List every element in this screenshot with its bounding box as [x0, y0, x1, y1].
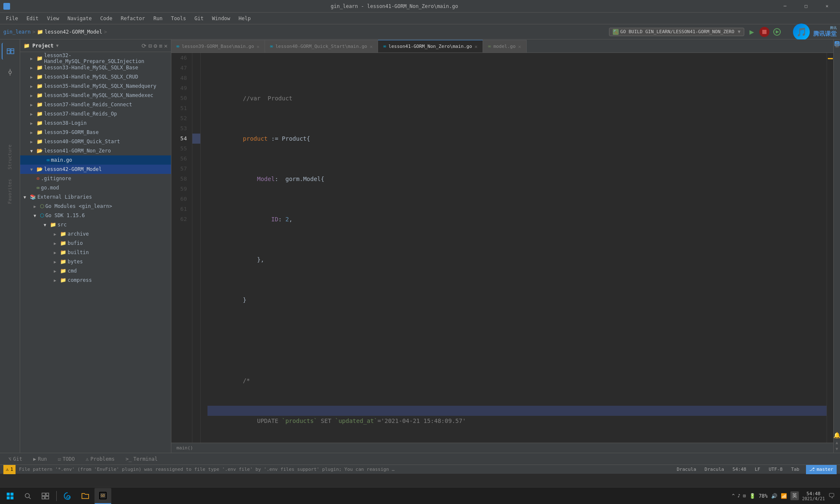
collapse-icon[interactable]: ⊟: [148, 42, 152, 49]
tray-network[interactable]: 📶: [781, 493, 787, 499]
tree-item-lesson42[interactable]: ▼ 📂 lesson42-GORM_Model: [20, 165, 171, 174]
menu-run[interactable]: Run: [149, 14, 167, 23]
close-panel-icon[interactable]: ✕: [164, 42, 168, 49]
tree-arrow: ▶: [54, 269, 59, 273]
sidebar-icon-commit[interactable]: [2, 64, 18, 81]
menu-window[interactable]: Window: [208, 14, 234, 23]
ln-58: 58: [175, 174, 187, 184]
menu-edit[interactable]: Edit: [22, 14, 43, 23]
debug-button[interactable]: [771, 26, 783, 38]
close-button[interactable]: ✕: [817, 0, 837, 13]
tree-item-compress[interactable]: ▶ 📁 compress: [20, 276, 171, 285]
tree-item-lesson34[interactable]: ▶ 📁 lesson34-Handle_MySQL_SQLX_CRUD: [20, 72, 171, 81]
menu-code[interactable]: Code: [96, 14, 117, 23]
tab-close-lesson40[interactable]: ✕: [370, 44, 373, 50]
status-warning-area[interactable]: ⚠ 1: [3, 465, 16, 474]
minimize-button[interactable]: ─: [775, 0, 795, 13]
tree-item-lesson35[interactable]: ▶ 📁 lesson35-Handle_MySQL_SQLX_Namedquer…: [20, 81, 171, 91]
tray-volume[interactable]: 🔊: [771, 493, 777, 499]
tray-ime[interactable]: 英: [790, 491, 799, 500]
sidebar-icon-structure[interactable]: Structure: [2, 149, 18, 165]
settings-icon[interactable]: ≡: [159, 42, 162, 49]
menu-navigate[interactable]: Navigate: [63, 14, 96, 23]
scroll-down-icon[interactable]: ▼: [835, 446, 838, 451]
tab-git[interactable]: ⌥ Git: [3, 454, 27, 464]
tree-item-ext-libs[interactable]: ▼ 📚 External Libraries: [20, 192, 171, 202]
status-theme[interactable]: Dracula: [675, 467, 698, 472]
tree-item-cmd[interactable]: ▶ 📁 cmd: [20, 266, 171, 276]
tree-item-lesson36[interactable]: ▶ 📁 lesson36-Handle_MySQL_SQLX_Namedexec: [20, 91, 171, 100]
tab-model[interactable]: ∞ model.go ✕: [483, 40, 527, 52]
maximize-button[interactable]: □: [796, 0, 816, 13]
sidebar-icon-favorites[interactable]: Favorites: [2, 183, 18, 200]
tree-item-lesson32[interactable]: ▶ 📁 lesson32-Handle_MySQL_Prepare_SQLInj…: [20, 54, 171, 63]
stop-button[interactable]: ⏹: [759, 27, 769, 37]
notification-center-icon[interactable]: 🗨: [828, 492, 835, 500]
tree-item-builtin[interactable]: ▶ 📁 builtin: [20, 248, 171, 257]
menu-git[interactable]: Git: [190, 14, 208, 23]
tab-close-model[interactable]: ✕: [518, 44, 521, 50]
status-line-col[interactable]: 54:48: [731, 467, 748, 472]
run-configuration[interactable]: 🔨 GO BUILD GIN_LEARN/LESSON41-GORM_NON_Z…: [609, 28, 744, 36]
project-title: Project: [32, 43, 54, 49]
tab-close-lesson41[interactable]: ✕: [475, 44, 478, 50]
taskbar-search[interactable]: [19, 488, 36, 504]
tab-problems[interactable]: ⚠ Problems: [81, 454, 120, 464]
menu-file[interactable]: File: [2, 14, 22, 23]
run-button[interactable]: ▶: [746, 26, 758, 38]
gear-icon[interactable]: ⚙: [154, 42, 157, 49]
right-icon-bell[interactable]: 🎵: [835, 41, 840, 46]
tray-battery[interactable]: 🔋 78%: [749, 493, 768, 499]
tree-item-bytes[interactable]: ▶ 📁 bytes: [20, 257, 171, 266]
breadcrumb-root[interactable]: gin_learn: [3, 29, 31, 35]
tab-lesson40[interactable]: ∞ lesson40-GORM_Quick_Start\main.go ✕: [265, 40, 378, 52]
tree-item-gomod[interactable]: ▶ ∞ go.mod: [20, 183, 171, 192]
run-config-dropdown-icon[interactable]: ▼: [738, 29, 740, 34]
code-content[interactable]: //var Product product := Product{ Model:…: [201, 53, 827, 443]
sidebar-icon-project[interactable]: [2, 43, 18, 60]
tree-item-lesson38[interactable]: ▶ 📁 lesson38-Login: [20, 118, 171, 128]
tree-item-lesson40[interactable]: ▶ 📁 lesson40-GORM_Quick_Start: [20, 137, 171, 146]
status-encoding[interactable]: UTF-8: [767, 467, 784, 472]
tab-run[interactable]: ▶ Run: [28, 454, 52, 464]
menu-refactor[interactable]: Refactor: [116, 14, 149, 23]
taskbar-taskview[interactable]: [37, 488, 54, 504]
tree-item-go-modules[interactable]: ▶ ⬡ Go Modules <gin_learn>: [20, 202, 171, 211]
tree-item-gitignore[interactable]: ▶ ⊙ .gitignore: [20, 174, 171, 183]
tree-item-bufio[interactable]: ▶ 📁 bufio: [20, 239, 171, 248]
tree-item-lesson33[interactable]: ▶ 📁 lesson33-Handle_MySQL_SQLX_Base: [20, 63, 171, 72]
taskbar-start[interactable]: [2, 488, 18, 504]
tree-item-main-go[interactable]: ▶ ∞ main.go: [20, 155, 171, 165]
tab-todo[interactable]: ☑ TODO: [53, 454, 80, 464]
tree-item-lesson39[interactable]: ▶ 📁 lesson39-GORM_Base: [20, 128, 171, 137]
git-branch-indicator[interactable]: ⎇ master: [806, 465, 837, 474]
tab-lesson41[interactable]: ∞ lesson41-GORM_Non_Zero\main.go ✕: [378, 40, 483, 52]
project-dropdown-icon[interactable]: ▼: [56, 43, 59, 48]
notification-bell[interactable]: 🔔: [833, 432, 840, 438]
tree-item-archive[interactable]: ▶ 📁 archive: [20, 229, 171, 239]
code-editor[interactable]: 46 47 48 49 50 51 52 53 54 55 56 57 58 5…: [171, 53, 833, 443]
tree-item-lesson41[interactable]: ▼ 📂 lesson41-GORM_Non_Zero: [20, 146, 171, 155]
taskbar-edge[interactable]: [59, 488, 76, 504]
breadcrumb-child[interactable]: lesson42-GORM_Model: [45, 29, 102, 35]
menu-tools[interactable]: Tools: [167, 14, 190, 23]
menu-view[interactable]: View: [43, 14, 63, 23]
status-bar: ⚠ 1 File pattern '*.env' (from 'EnvFile'…: [0, 465, 840, 474]
scroll-up-icon[interactable]: ▲: [835, 440, 838, 445]
tree-item-src[interactable]: ▼ 📁 src: [20, 220, 171, 229]
taskbar-file-explorer[interactable]: [77, 488, 94, 504]
tab-lesson39[interactable]: ∞ lesson39-GORM_Base\main.go ✕: [171, 40, 265, 52]
status-indent[interactable]: LF: [753, 467, 762, 472]
tree-item-go-sdk[interactable]: ▼ ⬡ Go SDK 1.15.6: [20, 211, 171, 220]
taskbar-clock[interactable]: 54:48 2021/4/21: [802, 491, 825, 501]
tab-terminal[interactable]: >_ Terminal: [121, 454, 163, 464]
taskbar-intellij[interactable]: GO: [94, 488, 111, 504]
menu-help[interactable]: Help: [234, 14, 255, 23]
tree-item-lesson37b[interactable]: ▶ 📁 lesson37-Handle_Reids_Op: [20, 109, 171, 118]
tab-close-lesson39[interactable]: ✕: [257, 44, 260, 50]
status-tab-size[interactable]: Tab: [789, 467, 801, 472]
status-theme-label[interactable]: Dracula: [703, 467, 726, 472]
tree-item-lesson37a[interactable]: ▶ 📁 lesson37-Handle_Reids_Connect: [20, 100, 171, 109]
sync-icon[interactable]: ⟳: [142, 42, 147, 49]
ln-62: 62: [175, 214, 187, 224]
